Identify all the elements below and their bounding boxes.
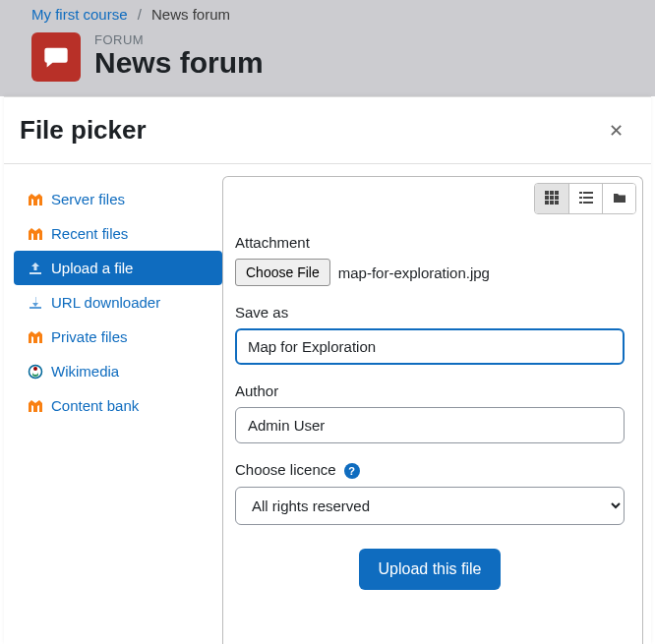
breadcrumb-course-link[interactable]: My first course: [31, 6, 128, 23]
page-title: News forum: [94, 47, 264, 79]
wikimedia-icon: [28, 364, 43, 380]
breadcrumb-current: News forum: [151, 6, 230, 23]
upload-button[interactable]: Upload this file: [359, 549, 502, 590]
saveas-input[interactable]: [235, 328, 625, 365]
forum-category: FORUM: [94, 32, 264, 47]
author-label: Author: [235, 382, 625, 399]
grid-icon: [545, 191, 559, 207]
moodle-icon: [28, 398, 43, 414]
repo-content-bank[interactable]: Content bank: [14, 388, 222, 423]
file-picker-dialog: File picker ✕ Server files Recent files …: [4, 96, 651, 644]
repo-wikimedia[interactable]: Wikimedia: [14, 354, 222, 388]
svg-rect-14: [583, 197, 593, 199]
upload-form: Attachment Choose File map-for-explorati…: [223, 177, 642, 610]
svg-rect-2: [545, 191, 549, 195]
page-background: My first course / News forum FORUM News …: [0, 0, 655, 96]
svg-point-1: [33, 367, 37, 371]
repo-upload-file[interactable]: Upload a file: [14, 251, 222, 285]
main-panel: Attachment Choose File map-for-explorati…: [222, 176, 643, 644]
forum-header: FORUM News forum: [31, 32, 655, 82]
view-list-button[interactable]: [568, 184, 602, 213]
dialog-header: File picker ✕: [4, 97, 651, 164]
svg-rect-6: [550, 196, 554, 200]
svg-rect-3: [550, 191, 554, 195]
moodle-icon: [28, 226, 43, 242]
repo-server-files[interactable]: Server files: [14, 182, 222, 216]
upload-icon: [28, 261, 43, 276]
breadcrumb-separator: /: [138, 6, 142, 23]
repo-private-files[interactable]: Private files: [14, 320, 222, 354]
repo-label: Server files: [51, 191, 125, 207]
view-toolbar: [534, 183, 636, 214]
licence-select[interactable]: All rights reserved: [235, 487, 625, 525]
view-tree-button[interactable]: [602, 184, 635, 213]
folder-icon: [613, 191, 626, 207]
svg-rect-10: [555, 201, 559, 205]
svg-rect-5: [545, 196, 549, 200]
moodle-icon: [28, 329, 43, 345]
download-icon: [28, 295, 43, 311]
svg-rect-15: [579, 202, 582, 204]
repository-list: Server files Recent files Upload a file …: [14, 176, 222, 644]
saveas-label: Save as: [235, 304, 625, 321]
svg-rect-8: [545, 201, 549, 205]
list-icon: [579, 191, 593, 207]
forum-icon: [31, 32, 81, 82]
dialog-title: File picker: [20, 115, 147, 146]
attachment-label: Attachment: [235, 234, 625, 251]
repo-label: Upload a file: [51, 260, 133, 276]
breadcrumb: My first course / News forum: [31, 6, 655, 23]
repo-label: URL downloader: [51, 294, 160, 311]
repo-url-downloader[interactable]: URL downloader: [14, 285, 222, 320]
svg-rect-11: [579, 192, 582, 194]
repo-recent-files[interactable]: Recent files: [14, 216, 222, 251]
moodle-icon: [28, 192, 43, 207]
svg-rect-16: [583, 202, 593, 204]
svg-rect-12: [583, 192, 593, 194]
svg-rect-9: [550, 201, 554, 205]
svg-rect-13: [579, 197, 582, 199]
author-input[interactable]: [235, 407, 625, 443]
close-button[interactable]: ✕: [603, 116, 629, 146]
svg-rect-4: [555, 191, 559, 195]
repo-label: Private files: [51, 328, 128, 345]
licence-label: Choose licence ?: [235, 461, 625, 479]
view-icons-button[interactable]: [535, 184, 568, 213]
close-icon: ✕: [609, 121, 624, 141]
chosen-filename: map-for-exploration.jpg: [338, 264, 490, 281]
repo-label: Recent files: [51, 225, 128, 242]
svg-rect-7: [555, 196, 559, 200]
repo-label: Wikimedia: [51, 363, 119, 380]
repo-label: Content bank: [51, 397, 139, 414]
help-icon[interactable]: ?: [344, 463, 360, 479]
choose-file-button[interactable]: Choose File: [235, 259, 330, 286]
